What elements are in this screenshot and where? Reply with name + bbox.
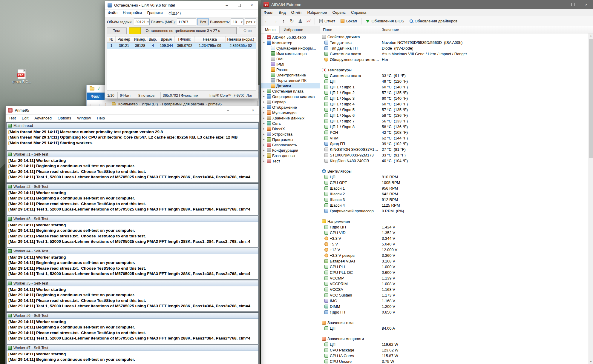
expand-arrow-icon[interactable]: ▸: [262, 154, 266, 157]
breadcrumb-segment[interactable]: Игры (D:): [141, 102, 159, 106]
expand-arrow-icon[interactable]: ▸: [262, 149, 266, 152]
sensor-row[interactable]: +12 V12.000 V: [320, 247, 589, 253]
pdf-file-icon[interactable]: PDF отчет R X...: [9, 69, 35, 84]
sensor-row[interactable]: Ядро ГП0.650 V: [320, 309, 589, 315]
vertical-scrollbar[interactable]: ▲ ▼: [589, 33, 593, 364]
prime95-worker-window[interactable]: Worker #3 - Self-Test[Mar 29 14:11] Work…: [6, 216, 259, 247]
sensor-row[interactable]: ЦП 1 / Ядро 160 °C (140 °F): [320, 84, 589, 90]
tree-item[interactable]: ▸База данных: [261, 153, 320, 158]
refresh-button[interactable]: ↻: [288, 17, 296, 25]
sensor-row[interactable]: +3.3 V3.344 V: [320, 236, 589, 241]
prime95-menu-item[interactable]: Edit: [19, 115, 31, 122]
tree-item[interactable]: IPMI: [261, 62, 320, 67]
aida64-menu-item[interactable]: Вид: [276, 9, 289, 16]
run-count-combobox[interactable]: 10▾: [231, 19, 243, 25]
bios-update-button[interactable]: Обновления BIOS: [364, 17, 407, 26]
sensor-row[interactable]: ЦП 1 / Ядро 360 °C (140 °F): [320, 96, 589, 101]
expand-arrow-icon[interactable]: ▸: [262, 127, 266, 130]
sensor-row[interactable]: Шасси 3912 RPM: [320, 197, 589, 202]
linx-menu-item[interactable]: Файл: [105, 10, 120, 17]
prime95-worker-window[interactable]: Main thread[Main thread Mar 29 14:11] Me…: [6, 122, 259, 150]
tree-item[interactable]: Портативный ПК: [261, 78, 320, 83]
sensor-graph-button[interactable]: [305, 17, 312, 25]
tree-item[interactable]: 64AIDA64 v5.92.4300: [261, 35, 320, 40]
aida64-menu-item[interactable]: Справка: [348, 9, 369, 16]
expand-arrow-icon[interactable]: ▸: [262, 95, 266, 98]
sensor-row[interactable]: Шасси 1956 RPM: [320, 185, 589, 191]
report-button[interactable]: Отчёт: [317, 18, 338, 24]
tree-item[interactable]: Датчики: [261, 83, 320, 88]
sensor-row[interactable]: Обнаружено вскрытие кор...Нет: [320, 57, 589, 62]
sensor-section-row[interactable]: Значения тока: [320, 320, 589, 325]
prime95-child-titlebar[interactable]: Worker #2 - Self-Test: [7, 184, 258, 190]
breadcrumb-segment[interactable]: prime95: [208, 102, 222, 106]
all-memory-button[interactable]: Вся: [197, 19, 209, 25]
sensor-row[interactable]: Ядро ЦП1.424 V: [320, 224, 589, 230]
sensor-section-row[interactable]: Вентиляторы: [320, 168, 589, 174]
aida64-menu-item[interactable]: Избранное: [305, 9, 330, 16]
sensor-row[interactable]: VCCPRIM1.008 V: [320, 281, 589, 287]
prime95-worker-window[interactable]: Worker #2 - Self-Test[Mar 29 14:11] Work…: [6, 183, 259, 215]
memory-input[interactable]: [177, 19, 196, 25]
sensor-row[interactable]: Диод ГП39 °C (102 °F): [320, 141, 589, 147]
tree-item[interactable]: Суммарная информ...: [261, 45, 320, 51]
prime95-worker-window[interactable]: Worker #7 - Self-Test[Mar 29 14:11] Work…: [6, 345, 259, 364]
sensor-row[interactable]: KINGSTON SV300S37A120G27 °C (81 °F): [320, 147, 589, 152]
sensor-row[interactable]: Батарея VBAT3.168 V: [320, 258, 589, 264]
prime95-worker-window[interactable]: Worker #1 - Self-Test[Mar 29 14:11] Work…: [6, 151, 259, 183]
sensor-row[interactable]: ЦП910 RPM: [320, 174, 589, 180]
tree-item[interactable]: Разгон: [261, 67, 320, 72]
expand-arrow-icon[interactable]: ▸: [262, 138, 266, 141]
sensor-section-row[interactable]: Температуры: [320, 67, 589, 73]
sensor-row[interactable]: CPU OPT1005 RPM: [320, 180, 589, 185]
sensor-row[interactable]: Тип датчика ГПDiode (NV-Diode): [320, 45, 589, 51]
prime95-menu-item[interactable]: Window: [74, 115, 94, 122]
tree-item[interactable]: Электропитание: [261, 72, 320, 78]
scroll-up-icon[interactable]: ▲: [589, 33, 593, 38]
tree-item[interactable]: ▸Программы: [261, 137, 320, 142]
tree-item[interactable]: ▸Хранение данных: [261, 115, 320, 121]
stop-button[interactable]: Стоп: [239, 27, 256, 34]
sensor-row[interactable]: CPU PLL1.000 V: [320, 264, 589, 270]
tab-menu[interactable]: Меню: [261, 26, 280, 33]
tree-item[interactable]: ▸Операционная система: [261, 94, 320, 99]
maximize-button[interactable]: [234, 106, 247, 114]
sensor-row[interactable]: Системная платаAsus Maximus VIII Gene / …: [320, 51, 589, 57]
expand-arrow-icon[interactable]: ▸: [262, 133, 266, 136]
sensor-section-row[interactable]: Значения мощности: [320, 336, 589, 342]
linx-titlebar[interactable]: Остановлено - LinX v0.9.6 for Intel – ×: [105, 1, 258, 10]
sensor-row[interactable]: CPU IA Cores115.87 W: [320, 353, 589, 359]
explorer-file-tab[interactable]: Файл: [87, 93, 105, 100]
sensor-row[interactable]: CPU PLL OC0.600 V: [320, 270, 589, 275]
close-button[interactable]: ×: [580, 0, 593, 9]
sensor-row[interactable]: VCCMP1.139 V: [320, 275, 589, 281]
prime95-child-titlebar[interactable]: Worker #3 - Self-Test: [7, 216, 258, 222]
tree-item[interactable]: ▸Сервер: [261, 99, 320, 105]
up-button[interactable]: ↑: [280, 17, 287, 25]
sensor-row[interactable]: ЦП 1 / Ядро 858 °C (136 °F): [320, 124, 589, 130]
sensor-row[interactable]: Тип датчикаNuvoton NCT6793D/5539D/5563D …: [320, 40, 589, 45]
expand-arrow-icon[interactable]: ▾: [262, 41, 266, 44]
driver-update-button[interactable]: Обновления драйверов: [407, 18, 460, 24]
expand-arrow-icon[interactable]: ▸: [262, 143, 266, 146]
expand-arrow-icon[interactable]: ▸: [262, 116, 266, 119]
tree-item[interactable]: ▸Безопасность: [261, 142, 320, 148]
linx-status-segment[interactable]: Лог: [244, 92, 258, 99]
tree-item[interactable]: ▸Отображение: [261, 105, 320, 110]
prime95-menu-item[interactable]: Test: [6, 115, 19, 122]
tree-item[interactable]: Имя компьютера: [261, 51, 320, 56]
expand-arrow-icon[interactable]: ▸: [262, 106, 266, 109]
sensor-row[interactable]: ЦП84.00 A: [320, 325, 589, 331]
prime95-window[interactable]: Prime95 – × TestEditAdvancedOptionsWindo…: [5, 106, 260, 364]
expand-arrow-icon[interactable]: ▸: [262, 90, 266, 93]
tree-item[interactable]: ▸Тест: [261, 158, 320, 164]
task-size-combobox[interactable]: 39121▾: [134, 19, 150, 25]
sensor-row[interactable]: Системная плата33 °C (91 °F): [320, 73, 589, 79]
breadcrumb-segment[interactable]: Программы для разгона: [161, 102, 204, 106]
sensor-row[interactable]: VCC Sustain1.173 V: [320, 292, 589, 298]
tab-favorites[interactable]: Избранное: [280, 26, 307, 33]
prime95-worker-window[interactable]: Worker #5 - Self-Test[Mar 29 14:11] Work…: [6, 280, 259, 312]
sensor-row[interactable]: KingDian N480 240GB40 °C (104 °F): [320, 158, 589, 164]
sensor-row[interactable]: +5 V5.040 V: [320, 241, 589, 247]
expand-arrow-icon[interactable]: ▸: [262, 100, 266, 103]
